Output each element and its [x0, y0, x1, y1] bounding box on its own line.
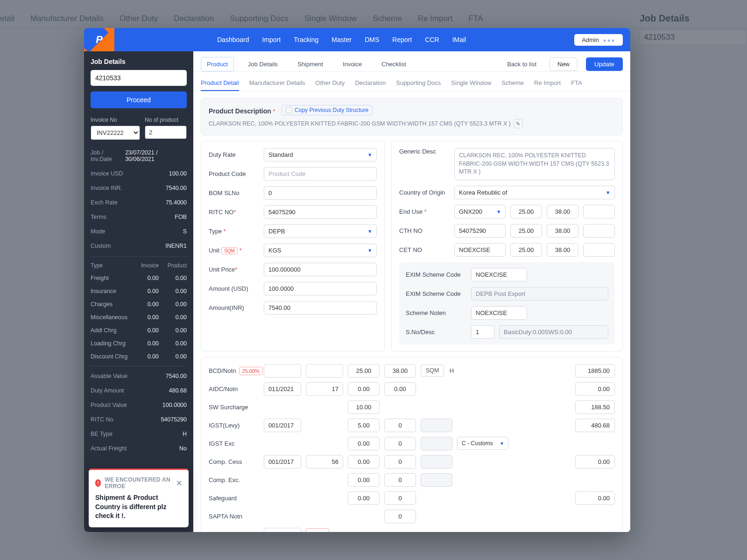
subtab-supporting-docs[interactable]: Supporting Docs: [396, 76, 441, 91]
cth-no-input[interactable]: [454, 224, 506, 238]
amount-inr-input[interactable]: [264, 301, 377, 315]
cet-no-input[interactable]: [454, 243, 506, 257]
country-origin-select[interactable]: Korea Rebublic of: [454, 186, 615, 199]
nav-tracking[interactable]: Tracking: [294, 36, 318, 43]
toast-header: WE ENCOUNTERED AN ERROE: [105, 476, 172, 490]
exim-code-2: [471, 287, 608, 301]
top-bar: P Dashboard Import Tracking Master DMS R…: [84, 28, 630, 51]
no-product-label: No of product: [145, 117, 187, 123]
scheme-noten-input[interactable]: [471, 306, 527, 320]
tab-job-details[interactable]: Job Details: [242, 57, 283, 71]
duty-0-total[interactable]: [575, 364, 615, 378]
generic-desc-textarea[interactable]: CLARKSON REC, 100% POLYESTER KNITTED FAB…: [454, 148, 615, 180]
tab-product[interactable]: Product: [201, 57, 234, 71]
invoice-no-select[interactable]: INV22222: [91, 126, 140, 140]
duty-rate-select[interactable]: Standard: [264, 148, 377, 161]
duty-9-a[interactable]: [264, 528, 301, 532]
duty-7-total[interactable]: [575, 491, 615, 505]
nav-report[interactable]: Report: [392, 36, 412, 43]
sno-desc: [499, 325, 608, 339]
subtab-declaration[interactable]: Declaration: [355, 76, 386, 91]
edit-description-icon[interactable]: ✎: [514, 119, 523, 128]
nav-imail[interactable]: IMail: [452, 36, 466, 43]
main-panel: Product Job Details Shipment Invoice Che…: [193, 51, 630, 532]
subtab-re-import[interactable]: Re Import: [534, 76, 561, 91]
nav-dms[interactable]: DMS: [365, 36, 379, 43]
exim-code-1[interactable]: [471, 268, 527, 281]
sidebar: Job Details Proceed Invoice No INV22222 …: [84, 51, 193, 532]
subtab-single-window[interactable]: Single Window: [451, 76, 491, 91]
product-code-input[interactable]: [264, 167, 377, 181]
product-description-label: Product Description: [209, 107, 271, 115]
tab-checklist[interactable]: Checklist: [376, 57, 412, 71]
duty-3-total[interactable]: [575, 419, 615, 432]
invoice-no-label: Invoice No: [91, 117, 140, 123]
duty-1-a[interactable]: [264, 382, 301, 396]
duty-5-total[interactable]: [575, 455, 615, 469]
new-button[interactable]: New: [550, 57, 578, 71]
app-logo[interactable]: P: [84, 28, 114, 51]
right-form-card: Generic DescCLARKSON REC, 100% POLYESTER…: [391, 141, 623, 351]
end-use-v1[interactable]: [510, 205, 542, 218]
igst-exc-select[interactable]: C - Customs: [457, 437, 508, 450]
tab-shipment[interactable]: Shipment: [292, 57, 329, 71]
back-to-list-button[interactable]: Back to list: [502, 57, 541, 71]
error-toast: !WE ENCOUNTERED AN ERROE✕ Shipment & Pro…: [89, 469, 189, 527]
unit-select[interactable]: KGS: [264, 244, 377, 257]
sno-input[interactable]: [471, 325, 494, 339]
bom-slno-input[interactable]: [264, 186, 377, 200]
subtab-product-detail[interactable]: Product Detail: [201, 76, 239, 91]
left-form-card: Duty RateStandard Product Code BOM SLNo …: [201, 141, 385, 351]
subtab-scheme[interactable]: Scheme: [501, 76, 524, 91]
type-select[interactable]: DEPB: [264, 224, 377, 238]
amount-usd-input[interactable]: [264, 282, 377, 295]
toast-close-icon[interactable]: ✕: [176, 479, 182, 488]
end-use-v3[interactable]: [583, 205, 615, 218]
subtab-fta[interactable]: FTA: [571, 76, 582, 91]
no-product-input[interactable]: [145, 126, 187, 139]
nav-master[interactable]: Master: [331, 36, 352, 43]
copy-previous-duty-checkbox[interactable]: Copy Previous Duty Structure: [282, 105, 373, 115]
duty-3-a[interactable]: [264, 419, 301, 432]
end-use-v2[interactable]: [547, 205, 578, 218]
unit-price-input[interactable]: [264, 263, 377, 276]
ritc-no-input[interactable]: [264, 205, 377, 219]
product-description-card: Product Description * Copy Previous Duty…: [201, 98, 623, 135]
admin-menu-button[interactable]: Admin∘∘∘: [574, 34, 623, 46]
proceed-button[interactable]: Proceed: [91, 91, 187, 108]
update-button[interactable]: Update: [586, 57, 623, 71]
duty-0-a[interactable]: [264, 364, 301, 378]
toast-message: Shipment & Product Country is different …: [95, 493, 182, 521]
sidebar-title: Job Details: [91, 58, 187, 65]
error-icon: !: [95, 479, 101, 487]
duty-2-total[interactable]: [575, 400, 615, 414]
duty-grid-card: BCD/Notn25.00%SQMHAIDC/NotnSW SurchargeI…: [201, 357, 623, 532]
subtab-other-duty[interactable]: Other Duty: [316, 76, 345, 91]
subtab-manufacturer[interactable]: Manufacturer Details: [249, 76, 305, 91]
nav-ccr[interactable]: CCR: [425, 36, 439, 43]
product-description-text: CLARKSON REC, 100% POLYESTER KNITTED FAB…: [209, 120, 511, 127]
nav-dashboard[interactable]: Dashboard: [217, 36, 249, 43]
duty-5-a[interactable]: [264, 455, 301, 469]
duty-1-total[interactable]: [575, 382, 615, 396]
nav-import[interactable]: Import: [262, 36, 281, 43]
tab-invoice[interactable]: Invoice: [337, 57, 367, 71]
job-id-input[interactable]: [91, 70, 187, 86]
end-use-select[interactable]: GNX200: [454, 205, 506, 218]
job-modal: P Dashboard Import Tracking Master DMS R…: [84, 28, 630, 532]
